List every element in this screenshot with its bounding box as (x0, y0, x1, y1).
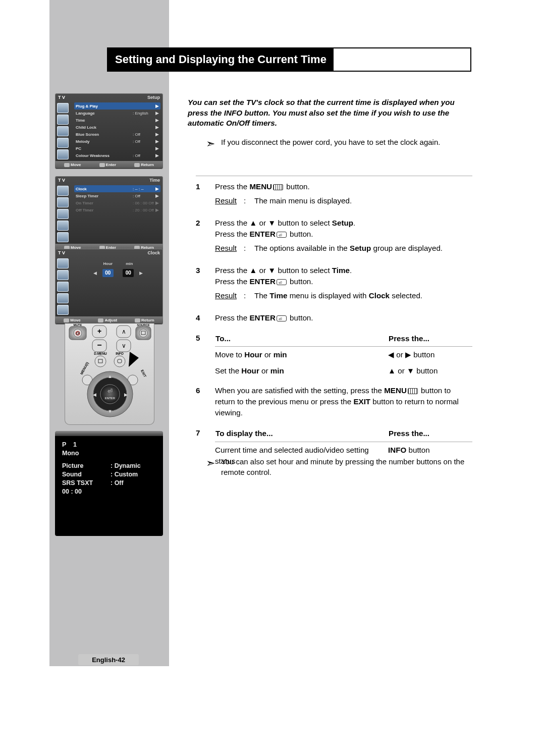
title-band: Setting and Displaying the Current Time (107, 47, 471, 72)
remote-control: 🔇 MUTE + − ∧ ∨ SOURCE D.MENU INFO MENU(I… (65, 323, 154, 425)
step-2: 2 Press the ▲ or ▼ button to select Setu… (196, 218, 472, 257)
svg-text:🔇: 🔇 (75, 331, 80, 336)
enter-icon: ⏎ (277, 232, 287, 238)
osd-clock-panel: T VClock Hourmin ◀ 00 00 ▶ MoveAdjustRet… (55, 249, 163, 325)
osd-time-panel: T VTime Clock: -- : --▶Sleep Timer: Off▶… (55, 176, 163, 252)
osd-setup-panel: T VSetup Plug & Play▶Language: English▶T… (55, 93, 163, 169)
menu-icon (273, 184, 283, 190)
svg-text:MENU(I): MENU(I) (80, 361, 90, 375)
menu-icon (408, 388, 418, 394)
svg-text:ENTER: ENTER (105, 397, 116, 400)
clock-hour: 00 (102, 269, 114, 277)
pointer-icon: ➣ (206, 136, 215, 152)
svg-point-18 (114, 356, 125, 367)
enter-icon: ⏎ (277, 279, 287, 285)
page-footer: English-42 (78, 654, 139, 665)
info-overlay-bar (55, 431, 163, 436)
steps-block: 1 Press the MENU button. Result: The mai… (196, 170, 472, 469)
step-1: 1 Press the MENU button. Result: The mai… (196, 181, 472, 209)
svg-text:INFO: INFO (116, 352, 124, 355)
step-5: 5 To...Press the... Move to Hour or min … (196, 333, 472, 379)
svg-marker-34 (129, 352, 139, 367)
result-label: Result (215, 196, 237, 205)
svg-text:⏎: ⏎ (107, 388, 113, 395)
svg-text:▼: ▼ (108, 409, 113, 414)
svg-text:▲: ▲ (108, 374, 113, 379)
svg-text:∨: ∨ (122, 342, 126, 349)
step-3: 3 Press the ▲ or ▼ button to select Time… (196, 265, 472, 304)
svg-text:+: + (97, 327, 101, 335)
step-6: 6 When you are satisfied with the settin… (196, 385, 472, 421)
svg-point-12 (139, 329, 147, 337)
tip-disconnect: ➣ If you disconnect the power cord, you … (221, 137, 473, 148)
info-overlay: P 1 Mono Picture: DynamicSound: CustomSR… (55, 436, 163, 536)
tip-text: If you disconnect the power cord, you ha… (221, 138, 440, 146)
pointer-icon: ➣ (206, 456, 215, 471)
clock-min: 00 (123, 269, 134, 277)
svg-text:SOURCE: SOURCE (137, 323, 150, 327)
intro-paragraph: You can set the TV's clock so that the c… (188, 97, 473, 129)
step-5-table: To...Press the... Move to Hour or min ◀ … (215, 333, 472, 379)
step-1-num: 1 (196, 181, 215, 209)
svg-text:−: − (97, 341, 101, 349)
svg-point-15 (95, 356, 106, 367)
mute-label: MUTE (74, 323, 82, 327)
svg-text:▶: ▶ (124, 392, 128, 397)
page-title: Setting and Displaying the Current Time (108, 48, 334, 71)
footnote-number-buttons: ➣ You can also set hour and minute by pr… (221, 456, 473, 477)
svg-text:D.MENU: D.MENU (94, 352, 107, 355)
step-4: 4 Press the ENTER⏎ button. (196, 312, 472, 327)
svg-text:EXIT: EXIT (140, 369, 147, 378)
enter-icon: ⏎ (277, 315, 287, 321)
svg-text:∧: ∧ (122, 328, 126, 335)
svg-text:◀: ◀ (93, 392, 96, 397)
